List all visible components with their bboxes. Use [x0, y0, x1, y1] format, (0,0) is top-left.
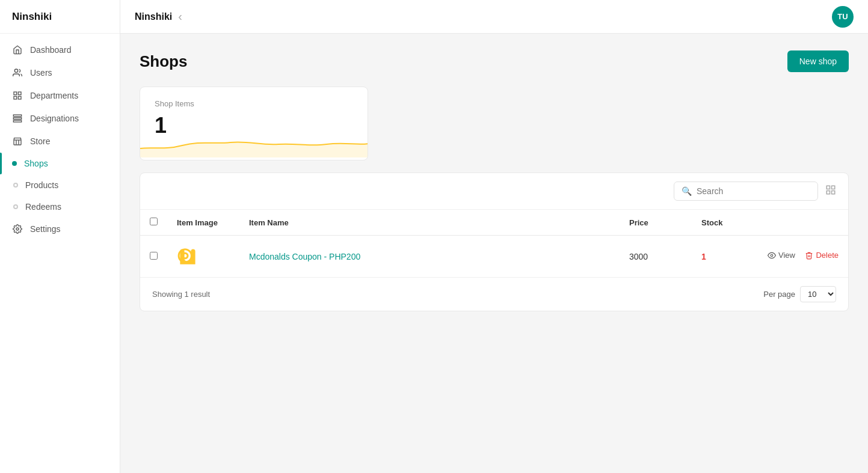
svg-point-0: [14, 69, 17, 72]
trash-icon: [805, 251, 813, 260]
svg-point-13: [771, 254, 773, 257]
sidebar-item-settings[interactable]: Settings: [0, 218, 120, 240]
col-stock: Stock: [692, 210, 752, 236]
table-card: 🔍 Item Image Item Name Price: [140, 172, 849, 311]
stats-label: Shop Items: [155, 99, 353, 108]
showing-text: Showing 1 result: [152, 290, 210, 299]
redeems-dot: [13, 204, 18, 209]
page-title: Shops: [140, 52, 187, 71]
data-table: Item Image Item Name Price Stock ◎: [140, 210, 848, 277]
delete-button[interactable]: Delete: [805, 251, 839, 260]
search-box[interactable]: 🔍: [674, 182, 818, 201]
view-button[interactable]: View: [768, 251, 795, 260]
sidebar-label-users: Users: [30, 68, 52, 78]
grid-view-icon[interactable]: [825, 185, 836, 198]
sidebar-item-dashboard[interactable]: Dashboard: [0, 38, 120, 61]
item-stock: 1: [692, 236, 752, 278]
stats-card: Shop Items 1: [140, 87, 368, 160]
shops-dot: [12, 161, 17, 166]
svg-rect-2: [18, 92, 21, 95]
svg-rect-12: [832, 191, 835, 194]
search-icon: 🔍: [682, 186, 692, 196]
table-row: ◎ Mcdonalds Coupon - PHP200 3000 1: [140, 236, 848, 278]
sidebar-label-departments: Departments: [30, 91, 78, 100]
settings-icon: [12, 224, 23, 234]
sidebar-label-settings: Settings: [30, 224, 61, 234]
row-checkbox[interactable]: [150, 252, 158, 260]
sidebar-label-designations: Designations: [30, 114, 79, 123]
sidebar-label-shops: Shops: [24, 159, 48, 168]
sidebar-label-dashboard: Dashboard: [30, 45, 72, 55]
new-shop-button[interactable]: New shop: [787, 50, 849, 72]
sidebar-item-designations[interactable]: Designations: [0, 107, 120, 130]
svg-point-8: [16, 228, 19, 230]
svg-rect-3: [14, 96, 17, 99]
app-logo: Ninshiki: [12, 11, 52, 23]
col-item-image: Item Image: [167, 210, 239, 236]
avatar: TU: [832, 6, 854, 28]
departments-icon: [12, 90, 23, 101]
item-name: Mcdonalds Coupon - PHP200: [239, 236, 620, 278]
stats-chart: [140, 127, 368, 160]
svg-rect-6: [13, 118, 21, 120]
svg-rect-11: [826, 191, 830, 194]
svg-rect-10: [832, 186, 835, 189]
table-footer: Showing 1 result Per page 10 25 50 100: [140, 277, 848, 311]
store-icon: [12, 136, 23, 147]
col-price: Price: [620, 210, 692, 236]
sidebar-item-departments[interactable]: Departments: [0, 84, 120, 107]
svg-rect-4: [18, 96, 21, 99]
search-input[interactable]: [697, 186, 810, 196]
sidebar-item-users[interactable]: Users: [0, 61, 120, 84]
sidebar-label-products: Products: [25, 180, 58, 190]
back-button[interactable]: ‹: [178, 10, 182, 23]
products-dot: [13, 183, 18, 188]
sidebar-nav: Dashboard Users Departments Designations: [0, 34, 120, 473]
col-item-name: Item Name: [239, 210, 620, 236]
sidebar-label-store: Store: [30, 136, 50, 146]
svg-rect-5: [13, 115, 21, 117]
sidebar-item-store[interactable]: Store: [0, 130, 120, 153]
svg-rect-1: [14, 92, 17, 95]
eye-icon: [768, 251, 776, 260]
svg-rect-9: [826, 186, 830, 189]
designations-icon: [12, 113, 23, 124]
app-name-topbar: Ninshiki: [135, 11, 172, 22]
sidebar-item-shops[interactable]: Shops: [0, 153, 120, 174]
per-page-select[interactable]: 10 25 50 100: [800, 286, 836, 302]
svg-rect-7: [13, 120, 21, 122]
sidebar-item-redeems[interactable]: Redeems: [0, 196, 120, 218]
sidebar-item-products[interactable]: Products: [0, 174, 120, 196]
users-icon: [12, 67, 23, 78]
home-icon: [12, 44, 23, 55]
item-price: 3000: [620, 236, 692, 278]
per-page-label: Per page: [763, 290, 795, 299]
select-all-checkbox[interactable]: [150, 218, 158, 225]
sidebar-label-redeems: Redeems: [25, 202, 61, 212]
